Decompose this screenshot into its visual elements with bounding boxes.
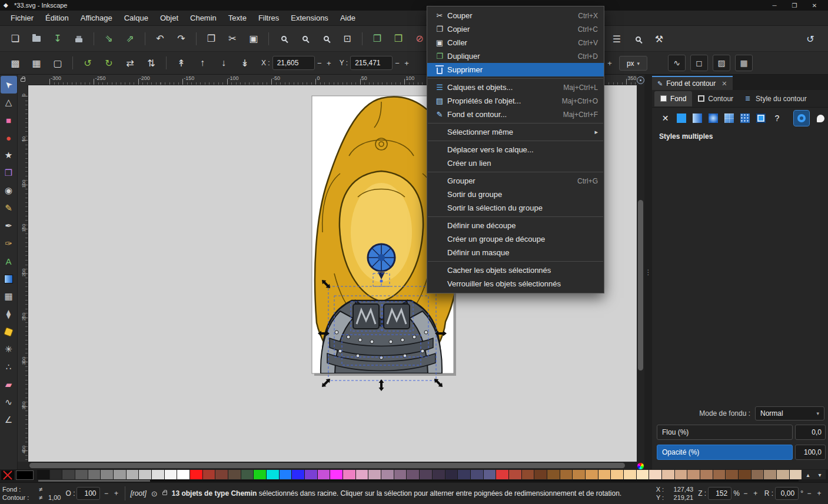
lower-icon[interactable]: ↓ — [215, 54, 232, 72]
clone-icon[interactable]: ❒ — [390, 30, 407, 48]
opacity-status-input[interactable]: 100 — [77, 487, 100, 500]
select-all-icon[interactable]: ▩ — [6, 54, 24, 72]
opacity-slider[interactable]: Opacité (%) — [657, 445, 793, 460]
menu-extensions[interactable]: Extensions — [285, 11, 334, 25]
palette-swatch[interactable] — [50, 470, 62, 479]
palette-swatch[interactable] — [739, 470, 751, 479]
palette-swatch[interactable] — [267, 470, 279, 479]
stroke-value[interactable]: ≠ — [39, 493, 42, 502]
paint-none-button[interactable]: ✕ — [658, 111, 673, 126]
menu-chemin[interactable]: Chemin — [184, 11, 222, 25]
vertical-ruler[interactable]: 050100150200250300350400 — [18, 85, 28, 462]
palette-swatch[interactable] — [662, 470, 674, 479]
palette-swatch[interactable] — [445, 470, 458, 479]
palette-swatch[interactable] — [203, 470, 215, 479]
node-tool[interactable]: △ — [1, 94, 17, 111]
palette-swatch[interactable] — [547, 470, 560, 479]
paint-pattern-button[interactable] — [738, 111, 753, 126]
connector-tool[interactable]: ∿ — [1, 393, 17, 411]
palette-scroll-down-button[interactable]: ▾ — [814, 470, 826, 479]
paint-unknown-button[interactable]: ? — [770, 111, 784, 126]
palette-swatch[interactable] — [777, 470, 789, 479]
rotation-minus-button[interactable]: − — [805, 489, 813, 498]
scale-corners-toggle[interactable]: ◻ — [690, 55, 708, 71]
rotation-plus-button[interactable]: + — [815, 489, 823, 498]
paint-mesh-button[interactable] — [722, 111, 737, 126]
y-input[interactable]: 215,471 — [350, 56, 393, 70]
palette-swatch[interactable] — [215, 470, 228, 479]
context-item-lock-selected[interactable]: Verrouiller les objets sélectionnés — [427, 277, 604, 291]
horizontal-scrollbar-thumb[interactable] — [29, 463, 625, 468]
import-icon[interactable]: ⇘ — [100, 30, 118, 48]
display-mode-icon[interactable]: ⊡ — [338, 30, 356, 48]
context-item-clip-group[interactable]: Créer un groupe de découpe — [427, 232, 604, 246]
palette-swatch[interactable] — [37, 470, 49, 479]
export-icon[interactable]: ⇗ — [121, 30, 139, 48]
y-minus-button[interactable]: − — [393, 56, 402, 70]
palette-swatch[interactable] — [407, 470, 419, 479]
palette-scrollbar[interactable] — [38, 480, 799, 482]
palette-swatch[interactable] — [318, 470, 330, 479]
align-distribute-icon[interactable]: ☰ — [608, 30, 626, 48]
opacity-plus-button[interactable]: + — [112, 489, 120, 498]
current-layer-label[interactable]: [root] — [130, 489, 146, 498]
cut-icon[interactable]: ✂ — [224, 30, 241, 48]
layer-visibility-icon[interactable]: ⊙ — [151, 489, 158, 498]
preferences-icon[interactable]: ⚒ — [650, 30, 668, 48]
star-tool[interactable]: ★ — [1, 146, 17, 164]
palette-swatch[interactable] — [241, 470, 254, 479]
palette-swatch[interactable] — [330, 470, 342, 479]
rectangle-tool[interactable]: ■ — [1, 111, 17, 129]
pen-tool[interactable]: ✒ — [1, 217, 17, 235]
palette-swatch[interactable] — [127, 470, 139, 479]
fill-stroke-indicator[interactable] — [0, 469, 37, 481]
dock-tab-fill-stroke[interactable]: ✎ Fond et contour ✕ — [652, 76, 733, 90]
palette-swatch[interactable] — [700, 470, 713, 479]
menu-fichier[interactable]: Fichier — [5, 11, 39, 25]
palette-scroll-up-button[interactable]: ▴ — [802, 470, 814, 479]
menu-calque[interactable]: Calque — [118, 11, 154, 25]
palette-swatch[interactable] — [751, 470, 764, 479]
ruler-corner[interactable] — [18, 75, 28, 85]
palette-swatch[interactable] — [381, 470, 394, 479]
rotation-center-anchor[interactable] — [380, 280, 383, 283]
x-plus-button[interactable]: + — [324, 56, 334, 70]
zoom-selection-icon[interactable] — [275, 30, 292, 48]
tab-style-contour[interactable]: ≣Style du contour — [739, 91, 813, 106]
vertical-scrollbar[interactable] — [637, 85, 644, 462]
x-minus-button[interactable]: − — [315, 56, 324, 70]
paint-bucket-tool[interactable] — [1, 323, 17, 341]
palette-swatch[interactable] — [560, 470, 573, 479]
palette-swatch[interactable] — [687, 470, 700, 479]
context-item-move-to-layer[interactable]: Déplacer vers le calque... — [427, 143, 604, 156]
palette-swatch[interactable] — [343, 470, 355, 479]
vertical-scrollbar-thumb[interactable] — [638, 200, 643, 371]
dropper-tool[interactable]: ⧫ — [1, 305, 17, 323]
horizontal-scrollbar[interactable] — [28, 462, 637, 469]
menu-texte[interactable]: Texte — [222, 11, 252, 25]
opacity-minus-button[interactable]: − — [102, 489, 110, 498]
color-management-icon[interactable] — [637, 463, 644, 469]
context-item-create-link[interactable]: Créer un lien — [427, 156, 604, 170]
lock-guides-icon[interactable] — [21, 78, 25, 82]
tab-contour[interactable]: Contour — [692, 91, 739, 106]
palette-swatch[interactable] — [165, 470, 177, 479]
mesh-tool[interactable]: ▦ — [1, 288, 17, 305]
lower-to-bottom-icon[interactable]: ↡ — [236, 54, 254, 72]
close-button[interactable]: ✕ — [804, 0, 824, 11]
zoom-input[interactable]: 152 — [708, 487, 731, 500]
eraser-tool[interactable]: ▰ — [1, 376, 17, 393]
context-item-duplicate[interactable]: ❐DupliquerCtrl+D — [427, 49, 604, 63]
undo-icon[interactable]: ↶ — [151, 30, 169, 48]
palette-swatch[interactable] — [471, 470, 483, 479]
scale-stroke-toggle[interactable]: ∿ — [668, 55, 686, 71]
palette-swatch[interactable] — [433, 470, 445, 479]
print-icon[interactable] — [70, 30, 88, 48]
selector-tool[interactable]: ➤ — [1, 76, 17, 94]
context-item-layers-objects[interactable]: ☰Calques et objets...Maj+Ctrl+L — [427, 81, 604, 94]
paste-icon[interactable]: ▣ — [245, 30, 262, 48]
palette-swatch[interactable] — [624, 470, 636, 479]
palette-swatch[interactable] — [496, 470, 508, 479]
fill-rule-evenodd-button[interactable] — [794, 111, 809, 126]
palette-swatch[interactable] — [139, 470, 151, 479]
